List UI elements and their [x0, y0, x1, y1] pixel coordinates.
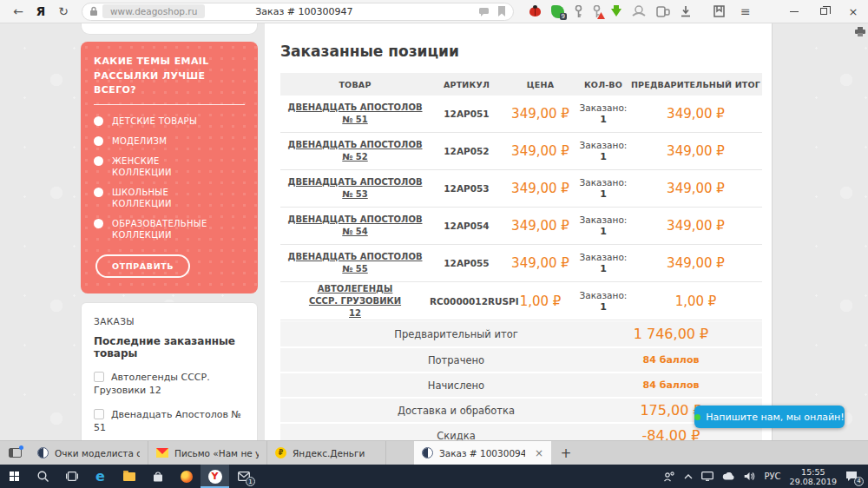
- table-header: ТОВАР АРТИКУЛ ЦЕНА КОЛ-ВО ПРЕДВАРИТЕЛЬНЫ…: [280, 73, 762, 96]
- qty-cell: Заказано:1: [577, 177, 629, 200]
- summary-row: Предварительный итог 1 746,00 ₽: [280, 321, 762, 346]
- tabs-panel-button[interactable]: [0, 441, 30, 465]
- system-tray: РУС 15:55 29.08.2019 4: [663, 467, 868, 486]
- adblock-bug-icon[interactable]: [529, 7, 541, 16]
- refresh-button[interactable]: ↻: [52, 4, 75, 18]
- search-icon[interactable]: [29, 465, 57, 488]
- bookmarks-panel-icon[interactable]: [713, 5, 725, 17]
- survey-options: ДЕТСКИЕ ТОВАРЫ МОДЕЛИЗМ ЖЕНСКИЕ КОЛЛЕКЦИ…: [94, 115, 245, 241]
- survey-option[interactable]: ЖЕНСКИЕ КОЛЛЕКЦИИ: [94, 155, 245, 178]
- survey-option[interactable]: МОДЕЛИЗМ: [94, 135, 245, 147]
- browser-tab[interactable]: Очки моделиста с лупой и: [30, 441, 148, 465]
- table-row: ДВЕНАДЦАТЬ АПОСТОЛОВ № 53 12AP053 349,00…: [280, 170, 762, 208]
- network-display-icon[interactable]: [701, 472, 713, 481]
- order-item[interactable]: Автолегенды СССР. Грузовики 12: [94, 371, 245, 397]
- product-link[interactable]: ДВЕНАДЦАТЬ АПОСТОЛОВ № 51: [280, 102, 430, 126]
- product-link[interactable]: ДВЕНАДЦАТЬ АПОСТОЛОВ № 52: [280, 139, 430, 163]
- key-warning-icon[interactable]: [593, 5, 601, 18]
- subtotal-cell: 1,00 ₽: [629, 293, 762, 309]
- survey-submit-button[interactable]: ОТПРАВИТЬ: [95, 254, 190, 278]
- yandex-browser-icon[interactable]: Y: [201, 465, 229, 488]
- address-bar[interactable]: www.deagoshop.ru Заказ # 100300947: [82, 3, 514, 21]
- survey-option[interactable]: ШКОЛЬНЫЕ КОЛЛЕКЦИИ: [94, 187, 245, 209]
- survey-option[interactable]: ОБРАЗОВАТЕЛЬНЫЕ КОЛЛЕКЦИИ: [94, 218, 245, 241]
- lock-icon: [89, 6, 98, 16]
- new-tab-button[interactable]: +: [551, 441, 581, 465]
- key-icon[interactable]: [575, 5, 582, 18]
- start-button[interactable]: [0, 465, 29, 488]
- shield-badge: 9: [560, 13, 567, 20]
- sku-cell: RC0000012RUSPI: [430, 296, 503, 307]
- shield-extension-icon[interactable]: 9: [551, 5, 564, 18]
- task-view-icon[interactable]: [57, 465, 86, 488]
- checkbox-icon[interactable]: [94, 372, 104, 382]
- cards-extension-icon[interactable]: [656, 6, 670, 17]
- subtotal-cell: 349,00 ₽: [629, 181, 762, 196]
- address-bar-title: Заказ # 100300947: [255, 6, 352, 17]
- restore-button[interactable]: [809, 0, 838, 23]
- radio-icon[interactable]: [94, 219, 103, 228]
- browser-tab[interactable]: ₽ Яндекс.Деньги: [267, 441, 386, 465]
- chat-button[interactable]: Напишите нам, мы онлайн!: [694, 406, 845, 428]
- radio-icon[interactable]: [94, 156, 103, 166]
- online-dot-icon: [694, 414, 700, 420]
- order-item[interactable]: Двенадцать Апостолов № 51: [94, 408, 245, 434]
- back-button[interactable]: ←: [7, 4, 30, 18]
- browser-tab[interactable]: Письмо «Нам не удалось в: [148, 441, 267, 465]
- price-cell: 349,00 ₽: [503, 255, 577, 271]
- mail-app-icon[interactable]: 1: [229, 465, 258, 488]
- edge-icon[interactable]: e: [86, 465, 115, 488]
- notification-dot: [19, 445, 23, 450]
- close-button[interactable]: ×: [838, 0, 868, 23]
- page-title: Заказанные позиции: [265, 23, 772, 73]
- product-link[interactable]: ДВЕНАДЦАТЬ АПОСТОЛОВ № 54: [280, 214, 430, 238]
- radio-icon[interactable]: [94, 136, 103, 146]
- yandex-logo-icon[interactable]: Я: [30, 4, 52, 18]
- table-row: ДВЕНАДЦАТЬ АПОСТОЛОВ № 54 12AP054 349,00…: [280, 208, 762, 245]
- browser-tab-active[interactable]: Заказ # 100300947 ×: [414, 441, 551, 465]
- helper-hands-icon[interactable]: [632, 5, 646, 17]
- order-summary: Предварительный итог 1 746,00 ₽ Потрачен…: [280, 321, 762, 440]
- product-link[interactable]: ДВЕНАДЦАТЬ АПОСТОЛОВ № 53: [280, 176, 430, 201]
- bookmark-flag-icon[interactable]: [497, 6, 506, 16]
- tab-close-icon[interactable]: ×: [531, 447, 543, 459]
- screen: ← Я ↻ www.deagoshop.ru Заказ # 100300947…: [0, 0, 868, 488]
- radio-icon[interactable]: [94, 116, 103, 126]
- product-link[interactable]: АВТОЛЕГЕНДЫ СССР. ГРУЗОВИКИ 12: [280, 283, 430, 320]
- firefox-icon[interactable]: [172, 465, 201, 488]
- printer-icon[interactable]: [855, 27, 865, 36]
- people-icon[interactable]: [663, 472, 675, 482]
- menu-icon[interactable]: ≡: [740, 4, 751, 18]
- table-row: АВТОЛЕГЕНДЫ СССР. ГРУЗОВИКИ 12 RC0000012…: [280, 282, 762, 320]
- browser-tab-bar: Очки моделиста с лупой и Письмо «Нам не …: [0, 440, 868, 465]
- table-row: ДВЕНАДЦАТЬ АПОСТОЛОВ № 55 12AP055 349,00…: [280, 245, 762, 282]
- price-cell: 1,00 ₽: [503, 293, 577, 309]
- site-favicon: [422, 447, 433, 458]
- checkbox-icon[interactable]: [94, 409, 104, 419]
- radio-icon[interactable]: [94, 188, 103, 197]
- date: 29.08.2019: [790, 477, 837, 486]
- speaker-icon[interactable]: [744, 472, 755, 481]
- product-link[interactable]: ДВЕНАДЦАТЬ АПОСТОЛОВ № 55: [280, 251, 430, 275]
- language-indicator[interactable]: РУС: [764, 472, 780, 481]
- minimize-button[interactable]: [779, 0, 809, 23]
- time: 15:55: [801, 467, 825, 477]
- price-cell: 349,00 ₽: [503, 218, 577, 234]
- savefrom-arrow-icon[interactable]: [611, 9, 621, 16]
- mail-badge: 1: [246, 477, 255, 486]
- store-icon[interactable]: [143, 465, 172, 488]
- onedrive-cloud-icon[interactable]: [722, 472, 735, 480]
- chevron-up-icon[interactable]: [684, 474, 693, 479]
- qty-cell: Заказано:1: [577, 102, 629, 125]
- download-icon[interactable]: [681, 5, 691, 17]
- sku-cell: 12AP051: [430, 109, 503, 119]
- site-favicon: [37, 447, 49, 458]
- clock[interactable]: 15:55 29.08.2019: [790, 467, 837, 486]
- survey-option[interactable]: ДЕТСКИЕ ТОВАРЫ: [94, 115, 245, 127]
- url-chip[interactable]: www.deagoshop.ru: [102, 4, 205, 18]
- dialog-icon[interactable]: [478, 7, 490, 16]
- recent-orders-card: ЗАКАЗЫ Последние заказанные товары Автол…: [81, 302, 258, 441]
- chat-label: Напишите нам, мы онлайн!: [706, 412, 844, 423]
- file-explorer-icon[interactable]: [115, 465, 143, 488]
- action-center-icon[interactable]: 4: [845, 469, 861, 485]
